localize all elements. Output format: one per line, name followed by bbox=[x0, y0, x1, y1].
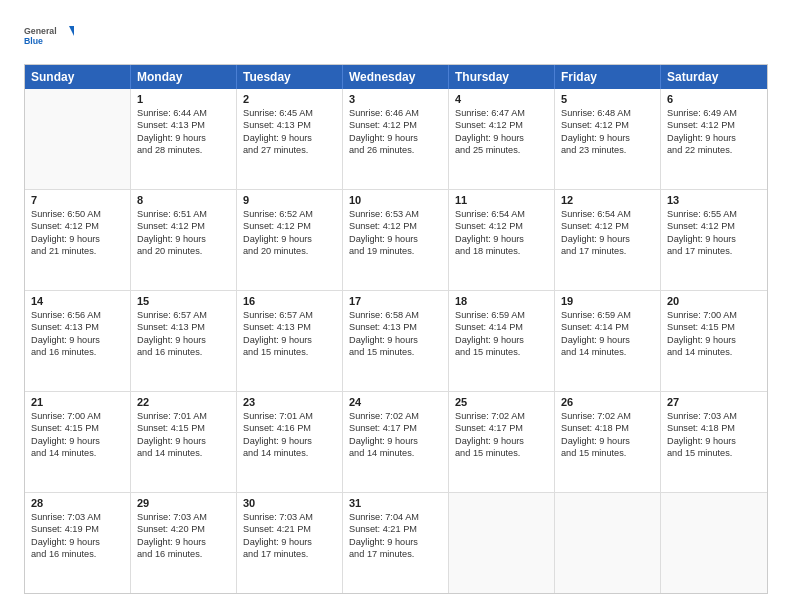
day-number: 23 bbox=[243, 396, 336, 408]
sunset-text: Sunset: 4:12 PM bbox=[31, 220, 124, 232]
sunrise-text: Sunrise: 6:57 AM bbox=[137, 309, 230, 321]
sunrise-text: Sunrise: 6:55 AM bbox=[667, 208, 761, 220]
page-header: General Blue bbox=[24, 18, 768, 54]
calendar-cell bbox=[25, 89, 131, 189]
day-number: 24 bbox=[349, 396, 442, 408]
sunrise-text: Sunrise: 6:54 AM bbox=[455, 208, 548, 220]
daylight-text: Daylight: 9 hours bbox=[561, 233, 654, 245]
day-number: 20 bbox=[667, 295, 761, 307]
calendar-cell: 18 Sunrise: 6:59 AM Sunset: 4:14 PM Dayl… bbox=[449, 291, 555, 391]
day-number: 16 bbox=[243, 295, 336, 307]
svg-text:Blue: Blue bbox=[24, 36, 43, 46]
sunrise-text: Sunrise: 7:01 AM bbox=[243, 410, 336, 422]
day-number: 30 bbox=[243, 497, 336, 509]
daylight-text: Daylight: 9 hours bbox=[349, 536, 442, 548]
day-number: 8 bbox=[137, 194, 230, 206]
sunset-text: Sunset: 4:14 PM bbox=[561, 321, 654, 333]
daylight-text: Daylight: 9 hours bbox=[349, 233, 442, 245]
sunrise-text: Sunrise: 6:58 AM bbox=[349, 309, 442, 321]
day-header-tuesday: Tuesday bbox=[237, 65, 343, 89]
sunset-text: Sunset: 4:12 PM bbox=[561, 119, 654, 131]
sunset-text: Sunset: 4:13 PM bbox=[31, 321, 124, 333]
sunset-text: Sunset: 4:12 PM bbox=[455, 220, 548, 232]
sunrise-text: Sunrise: 7:02 AM bbox=[561, 410, 654, 422]
sunset-text: Sunset: 4:16 PM bbox=[243, 422, 336, 434]
calendar-cell: 17 Sunrise: 6:58 AM Sunset: 4:13 PM Dayl… bbox=[343, 291, 449, 391]
calendar: SundayMondayTuesdayWednesdayThursdayFrid… bbox=[24, 64, 768, 594]
calendar-cell: 9 Sunrise: 6:52 AM Sunset: 4:12 PM Dayli… bbox=[237, 190, 343, 290]
day-number: 18 bbox=[455, 295, 548, 307]
daylight-text: Daylight: 9 hours bbox=[455, 132, 548, 144]
calendar-cell: 20 Sunrise: 7:00 AM Sunset: 4:15 PM Dayl… bbox=[661, 291, 767, 391]
sunset-text: Sunset: 4:14 PM bbox=[455, 321, 548, 333]
sunset-text: Sunset: 4:17 PM bbox=[349, 422, 442, 434]
calendar-cell: 29 Sunrise: 7:03 AM Sunset: 4:20 PM Dayl… bbox=[131, 493, 237, 593]
daylight-text: Daylight: 9 hours bbox=[667, 334, 761, 346]
sunrise-text: Sunrise: 6:57 AM bbox=[243, 309, 336, 321]
sunrise-text: Sunrise: 7:03 AM bbox=[243, 511, 336, 523]
day-header-thursday: Thursday bbox=[449, 65, 555, 89]
sunrise-text: Sunrise: 7:01 AM bbox=[137, 410, 230, 422]
sunrise-text: Sunrise: 6:44 AM bbox=[137, 107, 230, 119]
sunset-text: Sunset: 4:17 PM bbox=[455, 422, 548, 434]
calendar-cell: 25 Sunrise: 7:02 AM Sunset: 4:17 PM Dayl… bbox=[449, 392, 555, 492]
sunrise-text: Sunrise: 6:53 AM bbox=[349, 208, 442, 220]
day-number: 2 bbox=[243, 93, 336, 105]
calendar-week-4: 21 Sunrise: 7:00 AM Sunset: 4:15 PM Dayl… bbox=[25, 392, 767, 493]
daylight-minutes-text: and 15 minutes. bbox=[561, 447, 654, 459]
daylight-minutes-text: and 27 minutes. bbox=[243, 144, 336, 156]
sunset-text: Sunset: 4:20 PM bbox=[137, 523, 230, 535]
calendar-cell: 5 Sunrise: 6:48 AM Sunset: 4:12 PM Dayli… bbox=[555, 89, 661, 189]
calendar-cell: 30 Sunrise: 7:03 AM Sunset: 4:21 PM Dayl… bbox=[237, 493, 343, 593]
day-header-sunday: Sunday bbox=[25, 65, 131, 89]
daylight-minutes-text: and 14 minutes. bbox=[349, 447, 442, 459]
calendar-week-5: 28 Sunrise: 7:03 AM Sunset: 4:19 PM Dayl… bbox=[25, 493, 767, 593]
calendar-cell: 21 Sunrise: 7:00 AM Sunset: 4:15 PM Dayl… bbox=[25, 392, 131, 492]
calendar-cell: 27 Sunrise: 7:03 AM Sunset: 4:18 PM Dayl… bbox=[661, 392, 767, 492]
calendar-cell: 3 Sunrise: 6:46 AM Sunset: 4:12 PM Dayli… bbox=[343, 89, 449, 189]
day-header-monday: Monday bbox=[131, 65, 237, 89]
daylight-minutes-text: and 14 minutes. bbox=[243, 447, 336, 459]
sunrise-text: Sunrise: 7:02 AM bbox=[349, 410, 442, 422]
calendar-cell: 22 Sunrise: 7:01 AM Sunset: 4:15 PM Dayl… bbox=[131, 392, 237, 492]
daylight-text: Daylight: 9 hours bbox=[137, 132, 230, 144]
calendar-cell: 16 Sunrise: 6:57 AM Sunset: 4:13 PM Dayl… bbox=[237, 291, 343, 391]
daylight-text: Daylight: 9 hours bbox=[31, 334, 124, 346]
sunset-text: Sunset: 4:12 PM bbox=[561, 220, 654, 232]
daylight-text: Daylight: 9 hours bbox=[31, 233, 124, 245]
sunrise-text: Sunrise: 7:03 AM bbox=[667, 410, 761, 422]
daylight-minutes-text: and 19 minutes. bbox=[349, 245, 442, 257]
daylight-minutes-text: and 16 minutes. bbox=[31, 346, 124, 358]
sunrise-text: Sunrise: 6:48 AM bbox=[561, 107, 654, 119]
daylight-text: Daylight: 9 hours bbox=[561, 334, 654, 346]
day-number: 14 bbox=[31, 295, 124, 307]
svg-text:General: General bbox=[24, 26, 57, 36]
daylight-text: Daylight: 9 hours bbox=[137, 435, 230, 447]
daylight-text: Daylight: 9 hours bbox=[455, 233, 548, 245]
daylight-text: Daylight: 9 hours bbox=[137, 536, 230, 548]
daylight-minutes-text: and 15 minutes. bbox=[455, 447, 548, 459]
sunset-text: Sunset: 4:13 PM bbox=[243, 119, 336, 131]
logo: General Blue bbox=[24, 18, 74, 54]
day-number: 1 bbox=[137, 93, 230, 105]
sunrise-text: Sunrise: 6:50 AM bbox=[31, 208, 124, 220]
daylight-minutes-text: and 22 minutes. bbox=[667, 144, 761, 156]
daylight-minutes-text: and 28 minutes. bbox=[137, 144, 230, 156]
day-number: 22 bbox=[137, 396, 230, 408]
calendar-cell: 13 Sunrise: 6:55 AM Sunset: 4:12 PM Dayl… bbox=[661, 190, 767, 290]
daylight-minutes-text: and 21 minutes. bbox=[31, 245, 124, 257]
sunrise-text: Sunrise: 6:59 AM bbox=[455, 309, 548, 321]
day-number: 19 bbox=[561, 295, 654, 307]
day-number: 27 bbox=[667, 396, 761, 408]
calendar-cell: 12 Sunrise: 6:54 AM Sunset: 4:12 PM Dayl… bbox=[555, 190, 661, 290]
sunset-text: Sunset: 4:15 PM bbox=[137, 422, 230, 434]
sunset-text: Sunset: 4:12 PM bbox=[137, 220, 230, 232]
daylight-text: Daylight: 9 hours bbox=[455, 334, 548, 346]
daylight-text: Daylight: 9 hours bbox=[667, 435, 761, 447]
calendar-cell: 1 Sunrise: 6:44 AM Sunset: 4:13 PM Dayli… bbox=[131, 89, 237, 189]
sunset-text: Sunset: 4:15 PM bbox=[667, 321, 761, 333]
calendar-week-3: 14 Sunrise: 6:56 AM Sunset: 4:13 PM Dayl… bbox=[25, 291, 767, 392]
daylight-text: Daylight: 9 hours bbox=[137, 334, 230, 346]
calendar-cell: 4 Sunrise: 6:47 AM Sunset: 4:12 PM Dayli… bbox=[449, 89, 555, 189]
sunrise-text: Sunrise: 6:54 AM bbox=[561, 208, 654, 220]
